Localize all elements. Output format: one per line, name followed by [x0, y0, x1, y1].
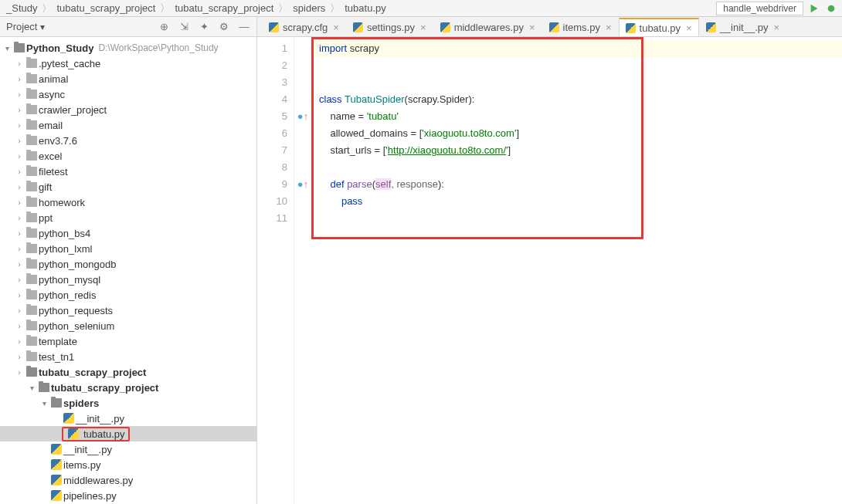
tree-item[interactable]: ›filetest — [0, 164, 256, 179]
code-line[interactable] — [311, 210, 842, 227]
code-line[interactable]: class TubatuSpider(scrapy.Spider): — [311, 91, 842, 108]
chevron-icon[interactable]: ▾ — [26, 384, 37, 392]
tree-root[interactable]: ▾ Python_Study D:\WorkSpace\Python_Study — [0, 40, 256, 56]
chevron-icon[interactable]: › — [14, 152, 25, 161]
code-line[interactable]: allowed_domains = ['xiaoguotu.to8to.com'… — [311, 125, 842, 142]
code-line[interactable]: import scrapy — [311, 40, 842, 57]
chevron-icon[interactable]: › — [14, 90, 25, 99]
tree-item[interactable]: ›test_tn1 — [0, 349, 256, 364]
collapse-icon[interactable]: ⇲ — [178, 21, 190, 33]
tree-item[interactable]: ›tubatu_scrapy_project — [0, 364, 256, 380]
chevron-icon[interactable]: › — [14, 368, 25, 377]
close-icon[interactable]: × — [774, 22, 780, 33]
close-icon[interactable]: × — [420, 22, 426, 33]
chevron-icon[interactable]: › — [14, 337, 25, 346]
crumb[interactable]: tubatu_scrapy_project — [175, 2, 273, 14]
chevron-icon[interactable]: › — [14, 121, 25, 130]
tree-item[interactable]: ›email — [0, 117, 256, 133]
tree-item[interactable]: ›python_bs4 — [0, 225, 256, 241]
code-line[interactable]: def parse(self, response): — [311, 176, 842, 193]
chevron-icon[interactable]: › — [14, 59, 25, 68]
tree-item[interactable]: ▾tubatu_scrapy_project — [0, 380, 256, 395]
settings-icon[interactable]: ⚙ — [218, 21, 230, 33]
chevron-icon[interactable]: › — [14, 322, 25, 330]
tree-item[interactable]: ›gift — [0, 179, 256, 194]
tree-item[interactable]: ›.pytest_cache — [0, 56, 256, 71]
chevron-icon[interactable]: › — [14, 229, 25, 238]
code-line[interactable]: name = 'tubatu' — [311, 108, 842, 125]
chevron-icon[interactable]: › — [14, 214, 25, 222]
tree-label: python_mysql — [39, 274, 100, 286]
close-icon[interactable]: × — [333, 22, 339, 33]
project-tree[interactable]: ▾ Python_Study D:\WorkSpace\Python_Study… — [0, 37, 256, 504]
locate-icon[interactable]: ⊕ — [158, 21, 170, 33]
code-line[interactable] — [311, 57, 842, 74]
tree-item[interactable]: ›python_lxml — [0, 241, 256, 256]
crumb[interactable]: _Study — [6, 2, 37, 14]
tree-item[interactable]: ›python_selenium — [0, 318, 256, 333]
tree-item[interactable]: items.py — [0, 457, 256, 472]
code-content[interactable]: import scrapy class TubatuSpider(scrapy.… — [311, 37, 842, 504]
chevron-icon[interactable]: › — [14, 353, 25, 361]
tree-item[interactable]: ›template — [0, 333, 256, 349]
tree-item[interactable]: ›excel — [0, 148, 256, 164]
crumb[interactable]: spiders — [293, 2, 325, 14]
editor-tab[interactable]: tubatu.py× — [619, 18, 699, 36]
chevron-icon[interactable]: › — [14, 291, 25, 299]
tree-item[interactable]: ›env3.7.6 — [0, 133, 256, 148]
editor-tab[interactable]: scrapy.cfg× — [262, 18, 346, 36]
tree-label: items.py — [63, 459, 100, 471]
run-config-selector[interactable]: handle_webdriver — [716, 2, 803, 15]
tree-item[interactable]: middlewares.py — [0, 472, 256, 488]
code-line[interactable] — [311, 159, 842, 176]
tree-item[interactable]: __init__.py — [0, 411, 256, 426]
run-icon[interactable] — [808, 2, 820, 15]
editor-tab[interactable]: middlewares.py× — [433, 18, 542, 36]
tree-item[interactable]: __init__.py — [0, 441, 256, 457]
editor-tab[interactable]: __init__.py× — [699, 18, 786, 36]
chevron-icon[interactable]: › — [14, 106, 25, 114]
close-icon[interactable]: × — [606, 22, 612, 33]
tree-item[interactable]: ›python_mongodb — [0, 256, 256, 272]
debug-icon[interactable] — [825, 2, 837, 15]
code-editor[interactable]: 1234567891011 ●↑●↑ import scrapy class T… — [257, 37, 842, 504]
chevron-icon[interactable]: › — [14, 198, 25, 207]
tree-label: .pytest_cache — [39, 58, 100, 69]
tree-item[interactable]: ›async — [0, 86, 256, 102]
chevron-down-icon[interactable]: ▾ — [2, 44, 12, 52]
close-icon[interactable]: × — [686, 22, 692, 34]
chevron-icon[interactable]: › — [14, 183, 25, 191]
chevron-icon[interactable]: ▾ — [39, 399, 49, 408]
tree-item[interactable]: ›python_redis — [0, 287, 256, 303]
tab-label: __init__.py — [720, 22, 769, 33]
editor-tab[interactable]: items.py× — [542, 18, 619, 36]
chevron-icon[interactable]: › — [14, 137, 25, 145]
chevron-icon[interactable]: › — [14, 306, 25, 315]
tab-label: tubatu.py — [640, 22, 681, 34]
crumb[interactable]: tubatu_scrapy_project — [56, 2, 155, 14]
chevron-icon[interactable]: › — [14, 167, 25, 176]
chevron-icon[interactable]: › — [14, 75, 25, 83]
folder-icon — [26, 74, 37, 83]
tree-item[interactable]: ›python_requests — [0, 303, 256, 318]
tree-item[interactable]: pipelines.py — [0, 488, 256, 503]
chevron-icon[interactable]: › — [14, 260, 25, 269]
tree-item[interactable]: ›ppt — [0, 210, 256, 225]
editor-tab[interactable]: settings.py× — [346, 18, 433, 36]
chevron-icon[interactable]: › — [14, 245, 25, 253]
expand-icon[interactable]: ✦ — [198, 21, 210, 33]
tree-item[interactable]: ▾spiders — [0, 395, 256, 411]
tree-item[interactable]: ›crawler_project — [0, 102, 256, 117]
tree-item[interactable]: ›animal — [0, 71, 256, 86]
code-line[interactable]: pass — [311, 193, 842, 210]
hide-icon[interactable]: — — [238, 21, 250, 33]
tree-item[interactable]: ›python_mysql — [0, 272, 256, 287]
crumb[interactable]: tubatu.py — [345, 2, 386, 14]
breadcrumb: _Study〉 tubatu_scrapy_project〉 tubatu_sc… — [0, 0, 842, 17]
tree-item[interactable]: tubatu.py — [0, 426, 256, 441]
tree-item[interactable]: ›homework — [0, 194, 256, 210]
chevron-icon[interactable]: › — [14, 276, 25, 284]
close-icon[interactable]: × — [529, 22, 535, 33]
code-line[interactable] — [311, 74, 842, 91]
code-line[interactable]: start_urls = ['http://xiaoguotu.to8to.co… — [311, 142, 842, 159]
